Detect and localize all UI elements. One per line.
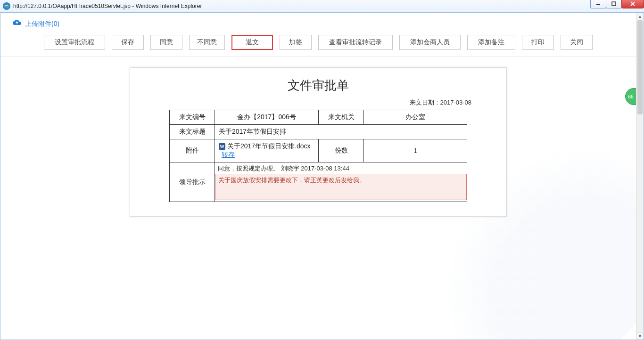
save-button[interactable]: 保存 <box>112 35 144 50</box>
scroll-down-arrow[interactable]: ▼ <box>636 332 644 340</box>
org-value: 办公室 <box>364 110 467 125</box>
instruction-cell: 同意，按照规定办理。 刘晓宇 2017-03-08 13:44 <box>215 162 467 202</box>
doc-no-label: 来文编号 <box>170 110 215 125</box>
receive-date-label: 来文日期： <box>410 99 440 106</box>
approval-form-card: 文件审批单 来文日期：2017-03-08 来文编号 金办【2017】006号 … <box>130 67 507 217</box>
viewport: 66 上传附件(0) 设置审批流程保存同意不同意退文加签查看审批流转记录添加会商… <box>0 12 644 340</box>
previous-instruction: 同意，按照规定办理。 刘晓宇 2017-03-08 13:44 <box>215 162 467 174</box>
table-row: 附件 W关于2017年节假日安排.docx 转存 份数 1 <box>170 139 467 162</box>
set-flow-button[interactable]: 设置审批流程 <box>44 35 105 50</box>
disagree-button[interactable]: 不同意 <box>189 35 225 50</box>
window-controls <box>591 0 644 8</box>
subject-value: 关于2017年节假日安排 <box>215 125 467 139</box>
add-member-button[interactable]: 添加会商人员 <box>399 35 461 50</box>
upload-attachment-link[interactable]: 上传附件(0) <box>25 20 59 28</box>
form-title: 文件审批单 <box>143 77 493 94</box>
cloud-upload-icon <box>12 19 22 28</box>
receive-date-row: 来文日期：2017-03-08 <box>143 98 493 107</box>
table-row: 来文标题 关于2017年节假日安排 <box>170 125 467 139</box>
instruction-label: 领导批示 <box>170 162 215 202</box>
agree-button[interactable]: 同意 <box>150 35 182 50</box>
close-button[interactable]: 关闭 <box>561 35 593 50</box>
minimize-button[interactable] <box>590 0 606 8</box>
instruction-textarea[interactable] <box>215 174 467 200</box>
copies-value: 1 <box>364 139 467 162</box>
attach-cell: W关于2017年节假日安排.docx 转存 <box>215 139 319 162</box>
vertical-scrollbar[interactable]: ▲ ▼ <box>636 13 644 340</box>
receive-date-value: 2017-03-08 <box>440 99 472 106</box>
copies-label: 份数 <box>319 139 364 162</box>
subject-label: 来文标题 <box>170 125 215 139</box>
maximize-button[interactable] <box>606 0 622 8</box>
scroll-up-arrow[interactable]: ▲ <box>636 13 644 20</box>
word-file-icon: W <box>219 143 225 150</box>
form-panel-area: 文件审批单 来文日期：2017-03-08 来文编号 金办【2017】006号 … <box>0 57 636 332</box>
return-button[interactable]: 退文 <box>231 35 273 50</box>
org-label: 来文机关 <box>319 110 364 125</box>
print-button[interactable]: 打印 <box>522 35 554 50</box>
view-log-button[interactable]: 查看审批流转记录 <box>318 35 393 50</box>
close-window-button[interactable] <box>621 0 644 8</box>
table-row: 领导批示 同意，按照规定办理。 刘晓宇 2017-03-08 13:44 <box>170 162 467 202</box>
upload-row: 上传附件(0) <box>0 13 636 33</box>
attach-filename[interactable]: 关于2017年节假日安排.docx <box>227 142 311 150</box>
svg-rect-1 <box>612 2 616 6</box>
page-content: 66 上传附件(0) 设置审批流程保存同意不同意退文加签查看审批流转记录添加会商… <box>0 13 636 340</box>
ie-icon <box>3 2 10 10</box>
add-note-button[interactable]: 添加备注 <box>467 35 515 50</box>
attach-save-link[interactable]: 转存 <box>222 151 235 158</box>
doc-no-value: 金办【2017】006号 <box>215 110 319 125</box>
action-toolbar: 设置审批流程保存同意不同意退文加签查看审批流转记录添加会商人员添加备注打印关闭 <box>0 33 636 57</box>
window-titlebar: http://127.0.0.1/OAapp/HtTrace0510Servle… <box>0 0 644 12</box>
scroll-thumb[interactable] <box>637 20 643 114</box>
window-title: http://127.0.0.1/OAapp/HtTrace0510Servle… <box>13 3 202 9</box>
attach-label: 附件 <box>170 139 215 162</box>
sign-button[interactable]: 加签 <box>280 35 312 50</box>
approval-table: 来文编号 金办【2017】006号 来文机关 办公室 来文标题 关于2017年节… <box>169 110 467 202</box>
table-row: 来文编号 金办【2017】006号 来文机关 办公室 <box>170 110 467 125</box>
